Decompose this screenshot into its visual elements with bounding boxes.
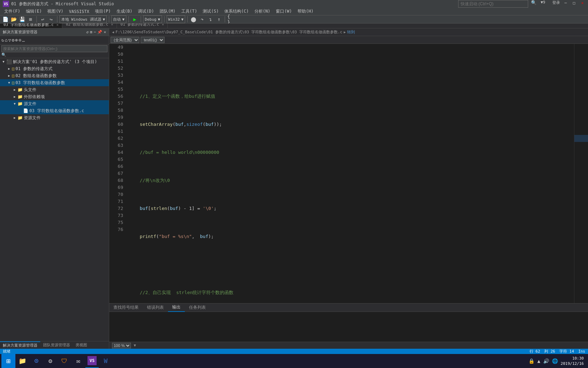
menu-project[interactable]: 项目(P): [92, 8, 114, 15]
st-more-icon[interactable]: …: [22, 38, 25, 43]
sidebar-search-input[interactable]: [1, 45, 107, 52]
taskbar-item-security[interactable]: 🛡: [57, 354, 71, 368]
sidebar-tab-team[interactable]: 团队资源管理器: [40, 342, 73, 348]
tb-step-out-icon[interactable]: ↑: [215, 15, 223, 23]
sidebar-close-icon[interactable]: ✕: [104, 30, 106, 34]
code-line-52[interactable]: //buf = hello world\n00000000: [129, 149, 574, 156]
tray-security-icon[interactable]: 🔒: [528, 358, 534, 364]
sidebar-tab-solution[interactable]: 解决方案资源管理器: [0, 341, 40, 349]
tray-expand-icon[interactable]: ▲: [537, 358, 540, 364]
minimize-button[interactable]: ─: [563, 0, 568, 6]
breadcrumb-arrow[interactable]: ◀: [112, 30, 114, 34]
taskbar-item-chrome[interactable]: ⊙: [29, 354, 43, 368]
bottom-tab-output[interactable]: 输出: [168, 304, 185, 312]
search-icon[interactable]: 🔍: [531, 0, 537, 8]
taskbar-item-mail[interactable]: ✉: [71, 354, 85, 368]
tab-file-1[interactable]: 01 参数的传递方式.c ✕: [117, 23, 168, 28]
menu-build[interactable]: 生成(B): [114, 8, 135, 15]
taskbar-item-explorer[interactable]: 📁: [15, 354, 29, 368]
code-line-56[interactable]: [129, 261, 574, 268]
quick-search-input[interactable]: [458, 0, 528, 8]
tree-item-proj3[interactable]: ▼ ◫ 03 字符数组名做函数参数: [0, 79, 109, 86]
menu-window[interactable]: 窗口(W): [273, 8, 295, 15]
tb-undo-icon[interactable]: ↩: [39, 15, 47, 23]
time-display[interactable]: 10:30 2019/12/16: [561, 356, 584, 367]
bottom-tab-find[interactable]: 查找符号结果: [109, 304, 143, 312]
menu-analyze[interactable]: 分析(N): [252, 8, 273, 15]
menu-tools[interactable]: 工具(T): [178, 8, 200, 15]
tab-close-2[interactable]: ✕: [111, 23, 113, 26]
code-line-53[interactable]: //将\n改为\0: [129, 177, 574, 184]
taskbar-item-vs[interactable]: VS: [85, 354, 99, 368]
code-line-51[interactable]: setCharArray(buf,sizeof(buf));: [129, 121, 574, 128]
tb-new-icon[interactable]: 📄: [1, 15, 9, 23]
menu-debug[interactable]: 调试(D): [135, 8, 157, 15]
code-line-55[interactable]: printf("buf = %s\n", buf);: [129, 233, 574, 240]
sidebar-pin-icon[interactable]: 📌: [97, 30, 102, 34]
notification-icon[interactable]: ▼9: [539, 0, 547, 8]
menu-file[interactable]: 文件(F): [1, 8, 23, 15]
zoom-select[interactable]: 100 % 75 % 125 %: [112, 343, 131, 348]
tree-item-extdeps[interactable]: ▶ 📁 外部依赖项: [0, 93, 109, 100]
st-home-icon[interactable]: ⌂: [5, 38, 8, 43]
tray-volume-icon[interactable]: 🔊: [543, 358, 549, 364]
scope-right-select[interactable]: test01(): [141, 37, 164, 43]
sidebar-collapse-icon[interactable]: −: [94, 30, 96, 34]
tb-step-over-icon[interactable]: ↷: [198, 15, 206, 23]
taskbar-item-word[interactable]: W: [99, 354, 113, 368]
tree-item-proj1[interactable]: ▶ ◫ 01 参数的传递方式: [0, 65, 109, 72]
code-line-57[interactable]: //2、自己实现 strlen统计字符个数的函数: [129, 289, 574, 296]
tab-close-1[interactable]: ✕: [162, 23, 164, 26]
menu-arch[interactable]: 体系结构(C): [222, 8, 252, 15]
tab-file-2[interactable]: 02 数组名做函数参数.c ✕: [62, 23, 117, 28]
tb-code-icon[interactable]: { }: [227, 15, 235, 23]
debug-dropdown[interactable]: Debug ▼: [143, 15, 162, 23]
tb-step-in-icon[interactable]: ↴: [206, 15, 214, 23]
code-line-49[interactable]: [129, 65, 574, 72]
st-filter-icon[interactable]: ▽: [8, 38, 11, 43]
tree-item-proj2[interactable]: ▶ ◫ 02 数组名做函数参数: [0, 72, 109, 79]
menu-edit[interactable]: 编辑(E): [23, 8, 45, 15]
tree-item-cfile[interactable]: ▶ 📄 03 字符数组名做函数参数.c: [0, 107, 109, 114]
st-collapse-icon[interactable]: ⊖: [19, 38, 21, 43]
code-line-50[interactable]: //1、定义一个函数，给buf进行赋值: [129, 93, 574, 100]
breadcrumb-arrow-right[interactable]: ▶: [344, 30, 346, 34]
menu-vassistx[interactable]: VASSISTX: [66, 8, 92, 15]
menu-team[interactable]: 团队(M): [157, 8, 178, 15]
sidebar-tab-class[interactable]: 类视图: [73, 342, 90, 348]
bottom-tab-errors[interactable]: 错误列表: [143, 304, 168, 312]
bottom-tab-tasks[interactable]: 任务列表: [185, 304, 210, 312]
tray-network-icon[interactable]: 🌐: [552, 358, 558, 364]
tree-item-solution[interactable]: ▼ ⬛ 解决方案'01 参数的传递方式' (3 个项目): [0, 58, 109, 65]
close-button[interactable]: ✕: [580, 0, 585, 6]
code-line-54[interactable]: buf[strlen(buf) - 1] = '\0';: [129, 205, 574, 212]
user-login[interactable]: 登录: [552, 0, 560, 8]
tb-save-all-icon[interactable]: ⊞: [27, 15, 34, 23]
st-expand-icon[interactable]: ⊕: [15, 38, 18, 43]
tree-item-sources[interactable]: ▼ 📁 源文件: [0, 100, 109, 107]
menu-help[interactable]: 帮助(H): [295, 8, 316, 15]
sidebar-search-icon[interactable]: 🔍: [1, 53, 6, 57]
go-button[interactable]: 转到: [347, 29, 355, 35]
restore-button[interactable]: □: [571, 0, 577, 6]
auto-dropdown[interactable]: 自动 ▼: [111, 15, 126, 23]
minimap[interactable]: [574, 44, 588, 303]
tree-item-resources[interactable]: ▶ 📁 资源文件: [0, 114, 109, 121]
tree-item-headers[interactable]: ▶ 📁 头文件: [0, 86, 109, 93]
tab-file-3[interactable]: 03 字符数组名做函数参数.c ✕: [0, 23, 62, 28]
target-dropdown[interactable]: 本地 Windows 调试器 ▼: [59, 15, 107, 23]
sidebar-sync-icon[interactable]: ↺: [86, 30, 89, 34]
sidebar-filter-icon[interactable]: ⊞: [90, 30, 92, 34]
menu-test[interactable]: 测试(S): [200, 8, 222, 15]
start-button[interactable]: ⊞: [1, 354, 15, 368]
scope-left-select[interactable]: (全局范围): [111, 37, 139, 43]
taskbar-item-settings[interactable]: ⚙: [43, 354, 57, 368]
tb-save-icon[interactable]: 💾: [18, 15, 26, 23]
code-editor[interactable]: 49 50 51 52 53 54 55 56 57 58 59 60: [109, 44, 574, 303]
st-refresh-icon[interactable]: ↻: [1, 38, 4, 43]
tb-start-icon[interactable]: ▶: [131, 15, 139, 23]
tb-open-icon[interactable]: 📂: [10, 15, 18, 23]
platform-dropdown[interactable]: Win32 ▼: [167, 15, 186, 23]
tb-breakpoint-icon[interactable]: ⬤: [190, 15, 197, 23]
st-gear-icon[interactable]: ⚙: [12, 38, 14, 43]
